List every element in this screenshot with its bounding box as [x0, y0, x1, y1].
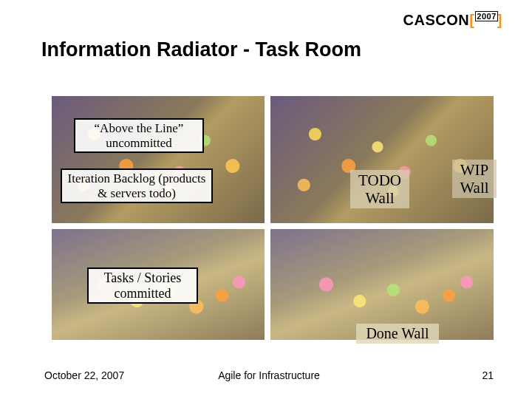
logo-bracket-open: [ — [469, 12, 474, 28]
callout-tasks-committed: Tasks / Stories committed — [87, 267, 198, 304]
photo-row-top — [52, 96, 494, 223]
photo-backlog-wall — [52, 96, 265, 223]
logo-year: 2007 — [475, 11, 497, 21]
slide-title: Information Radiator - Task Room — [41, 38, 361, 61]
slide-footer: October 22, 2007 Agile for Infrastructur… — [44, 369, 494, 381]
callout-done-wall: Done Wall — [356, 324, 439, 344]
logo-brand: CASCON — [403, 12, 470, 28]
footer-center: Agile for Infrastructure — [44, 369, 494, 381]
callout-wip-wall: WIP Wall — [452, 160, 497, 198]
conference-logo: CASCON[2007] — [403, 12, 503, 29]
callout-iteration-backlog: Iteration Backlog (products & servers to… — [61, 168, 213, 203]
callout-above-the-line: “Above the Line” uncommitted — [74, 118, 204, 153]
slide: CASCON[2007] Information Radiator - Task… — [0, 0, 532, 399]
callout-todo-wall: TODO Wall — [350, 170, 409, 208]
